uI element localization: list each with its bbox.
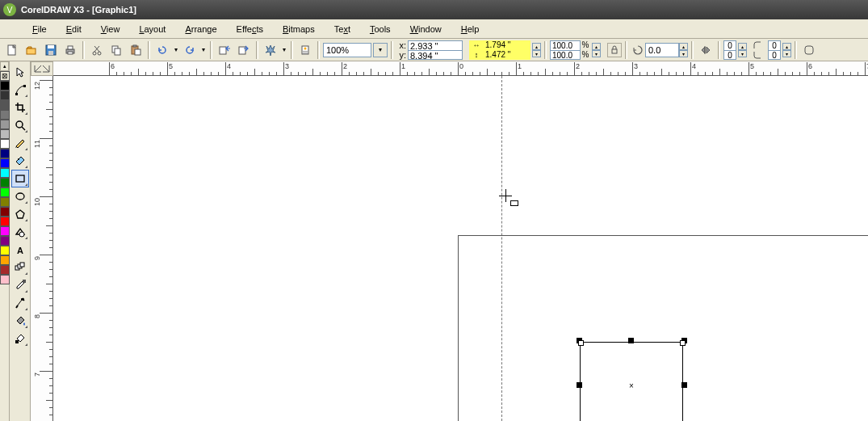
- selected-rectangle[interactable]: ×: [580, 342, 683, 421]
- menu-effects[interactable]: Effects: [229, 23, 271, 36]
- svg-rect-33: [18, 264, 22, 268]
- app-launcher-button[interactable]: [262, 41, 279, 59]
- corner-bl-input[interactable]: 0: [723, 50, 736, 60]
- interactive-fill-tool[interactable]: [11, 330, 29, 347]
- color-swatch[interactable]: [0, 207, 10, 217]
- drawing-canvas[interactable]: ×: [53, 76, 868, 421]
- fill-tool[interactable]: [11, 312, 29, 330]
- color-swatch[interactable]: [0, 246, 10, 255]
- color-swatch[interactable]: [0, 275, 10, 284]
- menu-help[interactable]: Help: [453, 23, 488, 36]
- round-corners-together-button[interactable]: [800, 41, 818, 59]
- crop-tool[interactable]: [11, 99, 29, 116]
- lock-ratio-button[interactable]: [607, 43, 622, 57]
- save-button[interactable]: [42, 41, 60, 59]
- color-swatch[interactable]: [0, 91, 10, 100]
- undo-button[interactable]: [153, 41, 171, 59]
- redo-button[interactable]: [181, 41, 199, 59]
- zoom-dropdown[interactable]: ▾: [373, 43, 388, 57]
- cut-button[interactable]: [88, 41, 106, 59]
- smart-fill-tool[interactable]: [11, 152, 29, 170]
- corner-br-input[interactable]: 0: [768, 50, 781, 60]
- color-swatch[interactable]: [0, 100, 10, 110]
- color-swatch[interactable]: [0, 149, 10, 158]
- scale-y-input[interactable]: 100.0: [550, 50, 581, 60]
- corner-tr-input[interactable]: 0: [768, 40, 781, 50]
- color-swatch[interactable]: [0, 217, 10, 226]
- polygon-tool[interactable]: [11, 205, 29, 223]
- menu-file[interactable]: File: [24, 23, 55, 36]
- outline-tool[interactable]: [11, 294, 29, 312]
- y-input[interactable]: 8.394 ": [408, 50, 463, 60]
- color-swatch[interactable]: [0, 110, 10, 120]
- menu-layout[interactable]: Layout: [131, 23, 174, 36]
- size-spinner[interactable]: ▴▾: [532, 43, 541, 57]
- redo-dropdown[interactable]: ▾: [200, 46, 207, 53]
- import-button[interactable]: [216, 41, 233, 59]
- app-launcher-dropdown[interactable]: ▾: [281, 46, 287, 53]
- menu-bitmaps[interactable]: Bitmaps: [275, 23, 323, 36]
- sel-handle-ml[interactable]: [577, 382, 582, 388]
- color-swatch[interactable]: [0, 187, 10, 197]
- ellipse-tool[interactable]: [11, 187, 29, 205]
- menu-tools[interactable]: Tools: [362, 23, 399, 36]
- svg-rect-16: [220, 47, 226, 54]
- eyedropper-tool[interactable]: [11, 276, 29, 294]
- color-swatch[interactable]: [0, 129, 10, 139]
- ruler-origin[interactable]: [31, 61, 53, 76]
- rectangle-tool[interactable]: [11, 170, 29, 187]
- color-swatch[interactable]: [0, 178, 10, 187]
- menu-edit[interactable]: Edit: [58, 23, 90, 36]
- color-swatch[interactable]: [0, 255, 10, 265]
- interactive-blend-tool[interactable]: [11, 259, 29, 276]
- corner-right-spinner[interactable]: ▴▾: [782, 43, 791, 57]
- color-swatch[interactable]: [0, 81, 10, 91]
- color-swatch[interactable]: [0, 265, 10, 275]
- freehand-tool[interactable]: [11, 134, 29, 152]
- undo-dropdown[interactable]: ▾: [173, 46, 179, 53]
- color-swatch[interactable]: [0, 168, 10, 178]
- paste-button[interactable]: [127, 41, 145, 59]
- print-button[interactable]: [61, 41, 79, 59]
- color-swatch[interactable]: [0, 236, 10, 246]
- color-swatch[interactable]: [0, 197, 10, 207]
- sel-node-tr[interactable]: [680, 340, 686, 346]
- export-button[interactable]: [235, 41, 253, 59]
- menu-view[interactable]: View: [93, 23, 128, 36]
- color-swatch[interactable]: [0, 120, 10, 129]
- scale-x-input[interactable]: 100.0: [550, 40, 581, 50]
- mirror-h-button[interactable]: [697, 41, 715, 59]
- height-input[interactable]: 1.472 ": [484, 50, 530, 59]
- corner-tl-input[interactable]: 0: [723, 40, 736, 50]
- width-input[interactable]: 1.794 ": [484, 40, 530, 49]
- svg-rect-23: [805, 46, 813, 54]
- copy-button[interactable]: [107, 41, 125, 59]
- color-swatch[interactable]: [0, 139, 10, 149]
- open-button[interactable]: [23, 41, 40, 59]
- sel-node-tl[interactable]: [578, 340, 584, 346]
- rotation-spinner[interactable]: ▴▾: [679, 43, 688, 57]
- shape-tool[interactable]: [11, 81, 29, 99]
- x-input[interactable]: 2.933 ": [408, 40, 463, 50]
- welcome-button[interactable]: [296, 41, 314, 59]
- zoom-input[interactable]: 100%: [323, 43, 371, 57]
- zoom-tool[interactable]: [11, 116, 29, 134]
- basic-shapes-tool[interactable]: [11, 223, 29, 241]
- palette-scroll-up[interactable]: ▴: [0, 61, 9, 71]
- menu-arrange[interactable]: Arrange: [177, 23, 224, 36]
- corner-left-spinner[interactable]: ▴▾: [738, 43, 747, 57]
- menu-text[interactable]: Text: [326, 23, 359, 36]
- menu-window[interactable]: Window: [402, 23, 450, 36]
- pick-tool[interactable]: [11, 63, 29, 81]
- new-button[interactable]: [3, 41, 21, 59]
- vertical-ruler[interactable]: 121110987: [31, 76, 53, 421]
- no-color-swatch[interactable]: ⊠: [0, 71, 10, 81]
- color-swatch[interactable]: [0, 158, 10, 168]
- horizontal-ruler[interactable]: 65432101234567: [53, 61, 868, 76]
- sel-handle-tm[interactable]: [628, 338, 634, 343]
- rotation-input[interactable]: 0.0: [645, 43, 679, 57]
- sel-handle-mr[interactable]: [681, 382, 687, 388]
- text-tool[interactable]: A: [11, 241, 29, 259]
- scale-spinner[interactable]: ▴▾: [592, 43, 601, 57]
- color-swatch[interactable]: [0, 226, 10, 236]
